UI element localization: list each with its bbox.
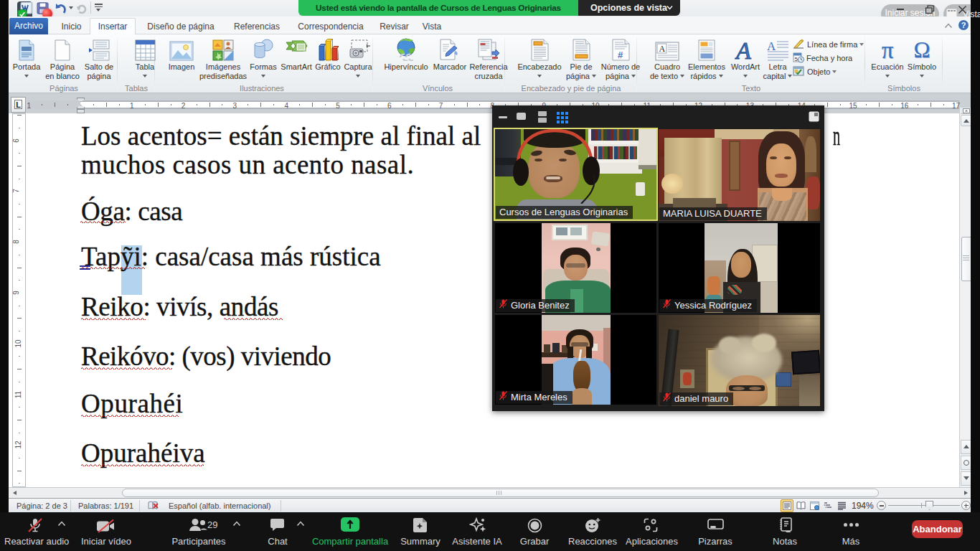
svg-text:5: 5 (795, 56, 798, 62)
svg-text:A: A (659, 44, 666, 54)
svg-text:A: A (735, 39, 751, 61)
svg-text:A: A (767, 39, 776, 53)
svg-text:#: # (618, 50, 623, 60)
